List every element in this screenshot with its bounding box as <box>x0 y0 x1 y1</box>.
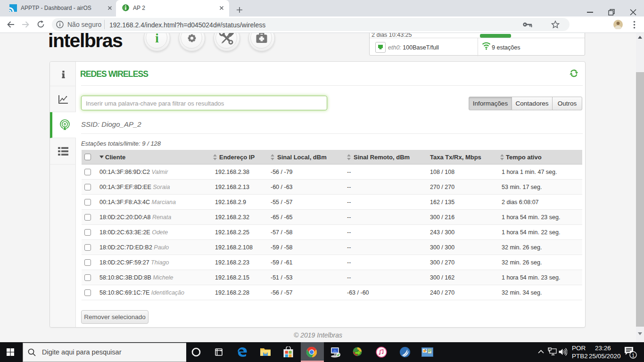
svg-text:1: 1 <box>632 353 635 358</box>
svg-text:i: i <box>155 33 159 45</box>
